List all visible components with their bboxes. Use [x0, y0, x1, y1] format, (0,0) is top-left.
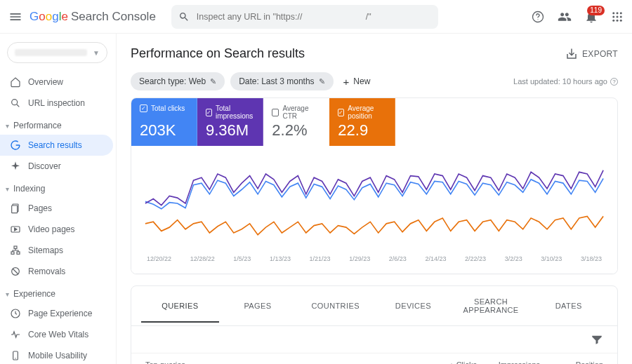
url-inspect-search[interactable]: [171, 5, 438, 29]
svg-point-3: [617, 12, 619, 14]
sidebar-item-removals[interactable]: Removals: [0, 261, 113, 282]
help-icon[interactable]: [531, 10, 545, 24]
sidebar-item-video-pages[interactable]: Video pages: [0, 219, 113, 240]
notifications-badge: 119: [587, 6, 605, 15]
apps-icon[interactable]: [611, 11, 624, 23]
svg-point-2: [612, 12, 614, 14]
checkbox-checked-icon: ✓: [338, 109, 344, 116]
metric-position[interactable]: ✓Average position 22.9: [329, 98, 395, 146]
page-title: Performance on Search results: [131, 46, 305, 61]
vitals-icon: [10, 329, 21, 340]
sidebar-item-overview[interactable]: Overview: [0, 72, 113, 93]
chip-search-type[interactable]: Search type: Web✎: [131, 72, 225, 90]
sidebar-item-discover[interactable]: Discover: [0, 156, 113, 177]
col-clicks[interactable]: ↓Clicks: [414, 360, 477, 364]
home-icon: [10, 76, 21, 88]
sidebar-section-indexing[interactable]: ▾Indexing: [0, 177, 113, 198]
add-filter-button[interactable]: +New: [343, 76, 371, 88]
notifications-icon[interactable]: 119: [584, 10, 598, 24]
last-updated: Last updated: 10 hours ago?: [513, 77, 618, 86]
property-selector[interactable]: ▼: [7, 42, 107, 63]
sort-desc-icon: ↓: [449, 360, 454, 364]
col-position[interactable]: Position: [540, 360, 603, 364]
chevron-down-icon: ▾: [6, 185, 9, 193]
sidebar-item-pages[interactable]: Pages: [0, 198, 113, 219]
tab-search-appearance[interactable]: SEARCH APPEARANCE: [452, 286, 530, 325]
sidebar-item-label: URL inspection: [28, 98, 85, 108]
sidebar-item-mobile-usability[interactable]: Mobile Usability: [0, 345, 113, 364]
download-icon: [565, 48, 578, 60]
metric-value: 2.2%: [272, 121, 320, 140]
svg-point-8: [612, 19, 614, 21]
tab-queries[interactable]: QUERIES: [141, 290, 219, 323]
chevron-down-icon: ▼: [93, 49, 100, 57]
sidebar-item-label: Pages: [28, 203, 52, 213]
table-header: Top queries ↓Clicks Impressions Position: [131, 353, 617, 364]
sidebar-item-label: Discover: [28, 161, 61, 171]
svg-point-11: [12, 100, 18, 105]
sidebar-item-label: Overview: [28, 77, 63, 87]
info-icon[interactable]: ?: [610, 78, 618, 86]
inspect-icon: [10, 97, 21, 109]
metric-value: 22.9: [338, 121, 386, 140]
metric-clicks[interactable]: ✓Total clicks 203K: [131, 98, 197, 146]
svg-point-5: [612, 15, 614, 18]
experience-icon: [10, 308, 21, 319]
pages-icon: [10, 203, 21, 214]
metric-ctr[interactable]: Average CTR 2.2%: [263, 98, 329, 146]
sidebar-item-label: Video pages: [28, 224, 75, 234]
chip-date-range[interactable]: Date: Last 3 months✎: [230, 72, 333, 90]
checkbox-unchecked-icon: [272, 109, 279, 116]
performance-chart: 12/20/2212/28/221/5/231/13/231/21/231/29…: [131, 146, 617, 274]
product-name: Search Console: [71, 10, 156, 24]
search-input[interactable]: [195, 11, 431, 22]
checkbox-checked-icon: ✓: [206, 109, 212, 116]
search-icon: [178, 11, 190, 22]
tab-dates[interactable]: DATES: [529, 290, 607, 321]
sidebar-item-core-web-vitals[interactable]: Core Web Vitals: [0, 324, 113, 345]
metric-tiles: ✓Total clicks 203K ✓Total impressions 9.…: [131, 98, 617, 146]
plus-icon: +: [343, 76, 350, 88]
filter-bar: Search type: Web✎ Date: Last 3 months✎ +…: [131, 72, 618, 90]
svg-point-10: [620, 19, 622, 21]
app-header: Google Search Console 119: [0, 0, 632, 34]
svg-point-9: [617, 19, 619, 21]
metric-impressions[interactable]: ✓Total impressions 9.36M: [197, 98, 263, 146]
tab-countries[interactable]: COUNTRIES: [296, 290, 374, 321]
export-button[interactable]: EXPORT: [565, 48, 618, 60]
menu-icon[interactable]: [8, 10, 22, 24]
filter-icon[interactable]: [591, 333, 603, 346]
tab-pages[interactable]: PAGES: [219, 290, 297, 321]
sidebar-item-page-experience[interactable]: Page Experience: [0, 303, 113, 324]
svg-rect-16: [11, 252, 14, 254]
sidebar-item-label: Sitemaps: [28, 245, 63, 255]
col-impressions[interactable]: Impressions: [477, 360, 540, 364]
edit-icon: ✎: [210, 77, 216, 86]
dimension-table-card: QUERIES PAGES COUNTRIES DEVICES SEARCH A…: [131, 285, 618, 364]
sidebar-section-performance[interactable]: ▾Performance: [0, 114, 113, 135]
sidebar-item-label: Page Experience: [28, 309, 92, 318]
performance-card: ✓Total clicks 203K ✓Total impressions 9.…: [131, 97, 618, 274]
col-top-queries[interactable]: Top queries: [145, 360, 414, 364]
sidebar-item-sitemaps[interactable]: Sitemaps: [0, 240, 113, 261]
chevron-down-icon: ▾: [6, 290, 9, 298]
sidebar-section-experience[interactable]: ▾Experience: [0, 282, 113, 303]
sidebar: ▼ Overview URL inspection ▾Performance S…: [0, 34, 117, 364]
svg-rect-15: [14, 246, 17, 248]
google-g-icon: [10, 140, 21, 151]
property-name-redacted: [15, 49, 87, 56]
sidebar-item-label: Mobile Usability: [28, 351, 87, 360]
tab-devices[interactable]: DEVICES: [374, 290, 452, 321]
svg-point-4: [620, 12, 622, 14]
product-logo[interactable]: Google Search Console: [29, 10, 156, 24]
metric-value: 203K: [140, 121, 188, 140]
svg-point-6: [617, 15, 619, 18]
people-icon[interactable]: [558, 10, 572, 24]
svg-point-1: [537, 19, 538, 20]
sidebar-item-url-inspection[interactable]: URL inspection: [0, 93, 113, 114]
svg-rect-13: [12, 205, 18, 213]
chevron-down-icon: ▾: [6, 122, 9, 130]
video-icon: [10, 224, 21, 235]
sidebar-item-search-results[interactable]: Search results: [0, 135, 113, 156]
removals-icon: [10, 266, 21, 277]
